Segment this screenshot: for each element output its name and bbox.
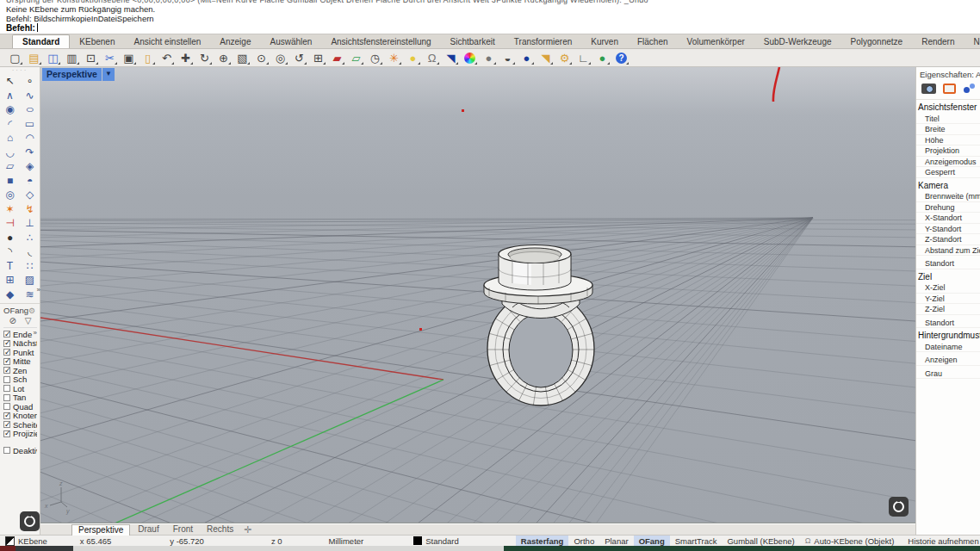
cut-icon[interactable]: ✂ xyxy=(102,50,118,65)
checkbox[interactable] xyxy=(3,367,10,374)
status-item[interactable]: KEbene xyxy=(0,536,53,547)
boolean-union-icon[interactable]: ● xyxy=(0,231,20,245)
command-input[interactable]: Befehl: xyxy=(6,23,980,34)
viewport-disc-widget[interactable] xyxy=(889,497,909,517)
sphere-icon[interactable]: ◓ xyxy=(20,174,40,189)
arc-icon[interactable]: ◜ xyxy=(0,117,20,132)
status-item[interactable]: x 65.465 xyxy=(75,536,116,547)
osnap-checkbox-row[interactable]: Sch xyxy=(3,375,37,385)
property-row[interactable]: Y-Ziel xyxy=(916,294,980,305)
perspective-viewport[interactable]: z x y Perspektive ▼ xyxy=(40,67,915,523)
help-icon[interactable]: ? xyxy=(613,50,630,65)
ghosted-sphere-icon[interactable]: ◒ xyxy=(499,50,516,65)
status-item[interactable]: Historie aufnehmen xyxy=(902,536,980,547)
toolbar-tab[interactable]: KEbenen xyxy=(70,35,124,48)
filter-funnel-icon[interactable]: ▽ xyxy=(25,316,32,325)
undo-view-icon[interactable]: ↺ xyxy=(291,50,307,65)
status-item[interactable]: Millimeter xyxy=(324,536,369,547)
viewport-tab[interactable]: ✛ xyxy=(241,524,254,536)
osnap-checkbox-row[interactable]: Projizier xyxy=(3,430,37,439)
status-item[interactable]: OFang xyxy=(634,536,670,547)
lightbulb-icon[interactable]: ● xyxy=(405,50,421,65)
status-item[interactable]: Rasterfang xyxy=(516,536,569,547)
dock-disc-widget[interactable] xyxy=(20,511,40,531)
node-tree-icon[interactable]: ✳ xyxy=(386,50,402,65)
split-flash-icon[interactable]: ↯ xyxy=(20,202,40,217)
checkbox[interactable] xyxy=(3,412,10,419)
split-icon[interactable]: ⊥ xyxy=(20,216,40,231)
block-icon[interactable]: ⊞ xyxy=(0,273,20,288)
property-row[interactable]: Höhe xyxy=(916,135,980,146)
osnap-checkbox-row[interactable]: Zen xyxy=(3,366,37,375)
ellipse-icon[interactable]: ○ xyxy=(16,102,43,117)
toolbar-tab[interactable]: Ansichtsfenstereinstellung xyxy=(321,35,440,48)
checkbox[interactable] xyxy=(3,358,10,365)
property-row[interactable]: Dateiname xyxy=(916,342,980,353)
car-icon[interactable]: ▰ xyxy=(329,50,345,65)
property-row[interactable]: X-Ziel xyxy=(916,282,980,294)
status-item[interactable]: Standard xyxy=(408,536,464,547)
status-item[interactable]: Auto-KEbene (Objekt) xyxy=(800,536,900,547)
checkbox[interactable] xyxy=(3,331,10,337)
property-row[interactable]: Standort xyxy=(916,318,980,329)
lock-icon[interactable]: Ω xyxy=(424,50,440,65)
viewport-properties-icon[interactable] xyxy=(943,84,956,94)
checkbox[interactable] xyxy=(3,403,10,410)
osnap-checkbox-row[interactable]: Mitte xyxy=(3,357,37,367)
boolean-points-icon[interactable]: ∴ xyxy=(20,231,40,245)
rendered-sphere-icon[interactable]: ● xyxy=(518,50,535,65)
viewport-menu-arrow-icon[interactable]: ▼ xyxy=(102,68,115,81)
checkbox[interactable] xyxy=(3,340,10,347)
dimension-icon[interactable]: ∟ xyxy=(575,50,592,65)
toolbar-tab[interactable]: SubD-Werkzeuge xyxy=(754,35,841,48)
status-item[interactable]: Planar xyxy=(599,536,633,547)
status-item[interactable]: z 0 xyxy=(266,536,288,547)
pan-icon[interactable]: ✚ xyxy=(177,50,194,65)
conic-icon[interactable]: ◠ xyxy=(20,131,40,145)
osnap-checkbox-row[interactable]: Tan xyxy=(3,393,37,403)
selected-curve[interactable] xyxy=(773,67,779,102)
shaded-sphere-icon[interactable]: ● xyxy=(481,50,497,65)
property-row[interactable]: Z-Ziel xyxy=(916,304,980,315)
point-object[interactable] xyxy=(419,328,422,331)
property-row[interactable]: Abstand zum Ziel xyxy=(916,245,980,257)
toolbar-tab[interactable]: Flächen xyxy=(628,35,678,48)
checkbox[interactable] xyxy=(3,447,10,454)
box-icon[interactable]: ■ xyxy=(0,174,20,189)
paste-icon[interactable]: ▯ xyxy=(140,50,156,65)
gear-icon[interactable]: ⚙ xyxy=(556,50,573,65)
chamfer-icon[interactable]: ◟ xyxy=(20,245,40,259)
print-icon[interactable]: ▥ xyxy=(64,50,80,65)
polygon-icon[interactable]: ⌂ xyxy=(0,131,20,145)
torus-icon[interactable]: ◎ xyxy=(0,188,20,202)
sweep-icon[interactable]: ◈ xyxy=(20,159,40,174)
status-item[interactable]: SmartTrack xyxy=(670,536,723,547)
render-globe-icon[interactable]: ● xyxy=(594,50,611,65)
property-row[interactable]: X-Standort xyxy=(916,213,980,224)
toolbar-tab[interactable]: Anzeige xyxy=(210,35,260,48)
osnap-checkbox-row[interactable]: Scheitel xyxy=(3,420,37,430)
curve-icon[interactable]: ∿ xyxy=(20,89,40,103)
layer-flag-icon[interactable]: ◥ xyxy=(443,50,459,65)
status-item[interactable]: y -65.720 xyxy=(164,536,209,547)
osnap-disable-row[interactable]: Deaktiv xyxy=(3,446,37,455)
viewport-tab[interactable]: Perspektive xyxy=(71,524,130,536)
checkbox[interactable] xyxy=(3,421,10,428)
new-file-icon[interactable]: ▢ xyxy=(7,50,23,65)
save-icon[interactable]: ◫ xyxy=(45,50,61,65)
osnap-checkbox-row[interactable]: Knoten xyxy=(3,412,37,421)
trim-icon[interactable]: ⊣ xyxy=(0,216,20,231)
toolbar-tab[interactable]: Ansicht einstellen xyxy=(125,35,211,48)
zoom-window-icon[interactable]: ▧ xyxy=(234,50,251,65)
surface-icon[interactable]: ▱ xyxy=(0,159,20,174)
helix-icon[interactable]: ↷ xyxy=(20,145,40,160)
property-row[interactable]: Z-Standort xyxy=(916,234,980,245)
display-map-icon[interactable]: ▱ xyxy=(348,50,364,65)
property-row[interactable]: Grau xyxy=(916,368,980,380)
property-row[interactable]: Drehung xyxy=(916,202,980,214)
plane-icon[interactable]: ◇ xyxy=(20,188,40,202)
viewport-title[interactable]: Perspektive ▼ xyxy=(42,68,115,81)
viewport-layout-icon[interactable]: ⊞ xyxy=(310,50,326,65)
rectangle-icon[interactable]: ▭ xyxy=(20,117,40,132)
status-item[interactable]: Ortho xyxy=(568,536,599,547)
